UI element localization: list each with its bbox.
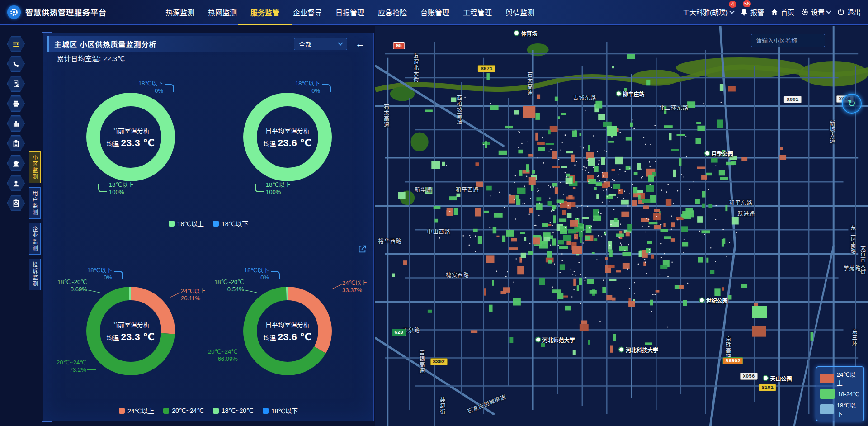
nav-item-1[interactable]: 热网监测 — [208, 0, 237, 24]
legend-item: 18℃以下 — [213, 219, 248, 228]
map-temperature-legend: 24℃以上18-24℃18℃以下 — [816, 366, 864, 421]
sidebar-item-phone[interactable] — [7, 56, 25, 72]
slice-label: 18℃~20℃0.69% — [57, 279, 87, 293]
community-search-input[interactable] — [751, 34, 825, 47]
donut-chart-daily-avg-temp: 日平均室温分析 均温 23.6 ℃ 18℃以下0% 18℃以上100% — [238, 87, 337, 187]
map-refresh-control[interactable]: ↻ — [842, 94, 862, 114]
sidebar-item-report[interactable] — [7, 76, 25, 92]
donut-center-text: 当前室温分析 均温 23.3 ℃ — [99, 105, 162, 169]
chevron-down-icon — [729, 9, 734, 14]
slice-label: 18℃以下0% — [295, 80, 320, 95]
task-clock-icon — [12, 199, 20, 208]
legend-swatch — [263, 408, 269, 414]
map-legend-swatch — [820, 389, 835, 399]
nav-item-7[interactable]: 工程管理 — [463, 0, 492, 24]
legend-label: 18℃~20℃ — [222, 407, 254, 414]
nav-item-4[interactable]: 日报管理 — [335, 0, 364, 24]
donut-center-text: 当前室温分析 均温 23.3 ℃ — [99, 299, 162, 363]
monitor-tab-0[interactable]: 小区监测 — [29, 151, 41, 183]
slice-label: 18℃以上100% — [266, 181, 291, 196]
slice-label: 18℃~20℃0.54% — [214, 279, 244, 293]
legend-label: 18℃以下 — [222, 219, 248, 228]
monitor-tab-2[interactable]: 企业监测 — [29, 223, 41, 255]
legend-item: 18℃~20℃ — [213, 407, 254, 414]
legend-label: 24℃以上 — [127, 406, 154, 415]
clipboard-icon — [12, 139, 20, 148]
slice-label: 20℃~24℃73.2% — [57, 359, 86, 374]
sidebar-item-menu[interactable] — [7, 36, 25, 52]
legend-swatch — [213, 408, 219, 414]
area-filter-value: 全部 — [299, 39, 311, 48]
user-icon — [12, 179, 20, 188]
app-title: 智慧供热管理服务平台 — [25, 6, 107, 18]
legend-swatch — [169, 221, 175, 227]
user-name: 工大科雅(胡璞) — [683, 7, 728, 17]
customer-service-icon — [12, 159, 20, 168]
monitor-tab-1[interactable]: 用户监测 — [29, 187, 41, 219]
slice-label: 18℃以下0% — [138, 80, 163, 95]
nav-item-3[interactable]: 企业督导 — [293, 0, 322, 24]
nav-item-2[interactable]: 服务监管 — [250, 0, 279, 24]
main-nav: 热源监测热网监测服务监管企业督导日报管理应急抢险台账管理工程管理舆情监测 — [165, 0, 534, 24]
home-icon — [770, 8, 778, 16]
collapse-panel-button[interactable]: ← — [355, 38, 365, 50]
community-quality-panel: 主城区 小区供热质量监测分析 全部 ← 累计日均室温: 22.3℃ 当前室温分析… — [43, 33, 374, 421]
map-canvas[interactable] — [375, 26, 868, 426]
logout-label: 退出 — [847, 7, 861, 17]
legend-swatch — [213, 221, 219, 227]
sidebar-item-customer-service[interactable] — [7, 155, 25, 171]
nav-item-6[interactable]: 台账管理 — [420, 0, 449, 24]
sidebar-item-user[interactable] — [7, 175, 25, 191]
nav-item-0[interactable]: 热源监测 — [165, 0, 194, 24]
map-legend-label: 24℃以上 — [837, 370, 860, 387]
legend-top: 18℃以上18℃以下 — [43, 219, 373, 228]
city-map[interactable]: G5体育场S071友谊北大街石太高速石太高速西柏坡高速古城东路柳辛庄站北二环东路… — [375, 26, 868, 426]
daily-avg-temp-summary: 累计日均室温: 22.3℃ — [57, 53, 125, 63]
slice-label: 18℃以下0% — [87, 267, 112, 282]
panel-header: 主城区 小区供热质量监测分析 全部 ← — [47, 36, 370, 52]
map-legend-swatch — [820, 404, 834, 414]
map-legend-row: 24℃以上 — [820, 370, 860, 387]
legend-label: 18℃以上 — [177, 219, 204, 228]
donut-chart-current-temp-detail: 当前室温分析 均温 23.3 ℃ 18℃以下0% 18℃~20℃0.69% 24… — [81, 281, 180, 381]
legend-item: 24℃以上 — [119, 406, 154, 415]
bell-icon — [740, 8, 748, 16]
user-badge: 4 — [729, 1, 736, 8]
brand: 智慧供热管理服务平台 — [0, 5, 159, 19]
area-filter-dropdown[interactable]: 全部 — [294, 38, 347, 50]
sidebar-item-task-clock[interactable] — [7, 195, 25, 211]
legend-label: 20℃~24℃ — [172, 407, 204, 414]
section-divider — [43, 237, 373, 237]
donut-center-text: 日平均室温分析 均温 23.6 ℃ — [256, 299, 319, 363]
home-button[interactable]: 首页 — [770, 7, 794, 17]
donut-center-text: 日平均室温分析 均温 23.6 ℃ — [256, 105, 319, 169]
legend-swatch — [163, 408, 169, 414]
map-legend-label: 18℃以下 — [837, 401, 860, 418]
legend-bottom: 24℃以上20℃~24℃18℃~20℃18℃以下 — [43, 406, 373, 415]
donut-chart-daily-avg-temp-detail: 日平均室温分析 均温 23.6 ℃ 18℃以下0% 18℃~20℃0.54% 2… — [238, 281, 337, 381]
top-right-cluster: 4 工大科雅(胡璞) 56 报警 首页 设置 — [683, 7, 868, 17]
slice-label: 18℃以下0% — [244, 267, 269, 282]
slice-label: 18℃以上100% — [109, 181, 134, 196]
map-legend-row: 18℃以下 — [820, 401, 860, 418]
sidebar-item-clipboard[interactable] — [7, 135, 25, 151]
power-icon — [837, 8, 845, 16]
open-detail-button[interactable] — [357, 244, 367, 254]
map-legend-row: 18-24℃ — [820, 389, 860, 399]
chevron-down-icon — [338, 40, 343, 45]
logout-button[interactable]: 退出 — [837, 7, 861, 17]
monitor-tab-3[interactable]: 投诉监测 — [29, 259, 41, 290]
gear-icon — [801, 8, 809, 16]
sidebar-item-bar-chart[interactable] — [7, 115, 25, 132]
menu-icon — [12, 40, 20, 48]
sidebar-item-printer[interactable] — [7, 95, 25, 112]
phone-icon — [12, 60, 20, 68]
nav-item-5[interactable]: 应急抢险 — [378, 0, 407, 24]
alarm-label: 报警 — [750, 7, 764, 17]
settings-button[interactable]: 设置 — [801, 7, 830, 17]
nav-item-8[interactable]: 舆情监测 — [505, 0, 534, 24]
alarm-button[interactable]: 56 报警 — [740, 7, 764, 17]
user-menu[interactable]: 4 工大科雅(胡璞) — [683, 7, 734, 17]
bar-chart-icon — [12, 119, 20, 128]
slice-label: 24℃以上26.11% — [181, 288, 206, 303]
